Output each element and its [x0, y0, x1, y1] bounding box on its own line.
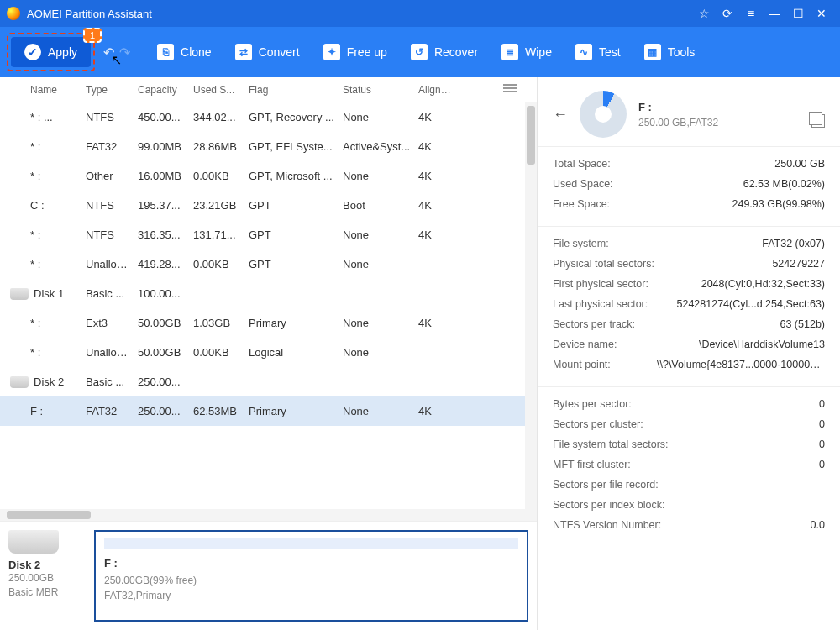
- cell-flag: GPT: [245, 228, 339, 241]
- columns-menu-icon[interactable]: [503, 82, 517, 92]
- cell-used: 23.21GB: [190, 199, 245, 212]
- back-button[interactable]: ←: [553, 106, 568, 123]
- detail-drive: F :: [638, 101, 718, 113]
- hscroll-thumb[interactable]: [7, 511, 91, 519]
- maximize-icon[interactable]: ☐: [786, 7, 810, 20]
- detail-key: Sectors per cluster:: [553, 418, 643, 430]
- detail-value: 0: [819, 438, 825, 450]
- partition-row[interactable]: * :NTFS316.35...131.71...GPTNone4K: [0, 220, 537, 249]
- cell-used: 0.00KB: [190, 170, 245, 182]
- cell-capacity: 100.00...: [134, 287, 190, 300]
- detail-key: Physical total sectors:: [553, 258, 654, 270]
- col-type[interactable]: Type: [82, 84, 134, 96]
- cell-capacity: 50.00GB: [134, 346, 190, 359]
- usage-pie-icon: [580, 91, 627, 138]
- disk-size: 250.00GB: [8, 571, 84, 585]
- detail-key: Total Space:: [553, 158, 611, 170]
- tool-clone[interactable]: ⎘Clone: [145, 39, 223, 66]
- cell-name: Disk 1: [7, 287, 82, 300]
- tool-label: Convert: [259, 45, 300, 59]
- partition-box[interactable]: F : 250.00GB(99% free) FAT32,Primary: [94, 530, 528, 622]
- cell-status: None: [339, 170, 415, 182]
- cell-capacity: 250.00...: [134, 405, 190, 417]
- partition-row[interactable]: * : ...NTFS450.00...344.02...GPT, Recove…: [0, 102, 537, 132]
- col-used[interactable]: Used S...: [190, 84, 245, 96]
- cell-align: 4K: [415, 199, 457, 212]
- cell-status: Active&Syst...: [339, 140, 415, 153]
- detail-value: 524279227: [772, 258, 825, 270]
- tool-wipe[interactable]: ≣Wipe: [490, 39, 564, 66]
- partition-row[interactable]: C :NTFS195.37...23.21GBGPTBoot4K: [0, 191, 537, 220]
- disk-name: Disk 2: [8, 559, 84, 571]
- horizontal-scrollbar[interactable]: [0, 509, 537, 521]
- cell-align: 4K: [415, 405, 457, 417]
- detail-line: Sectors per file record:: [553, 475, 825, 495]
- cell-name: * :: [7, 258, 82, 270]
- minimize-icon[interactable]: —: [763, 7, 786, 20]
- partition-row[interactable]: * :Other16.00MB0.00KBGPT, Microsoft ...N…: [0, 161, 537, 191]
- cell-status: None: [339, 346, 415, 359]
- detail-line: NTFS Version Number:0.0: [553, 515, 825, 535]
- cell-status: None: [339, 228, 415, 241]
- partition-row[interactable]: F :FAT32250.00...62.53MBPrimaryNone4K: [0, 396, 537, 426]
- copy-icon[interactable]: [811, 114, 825, 128]
- main-toolbar: ✓ Apply 1 ↖ ↶ ↷ ⎘Clone⇄Convert✦Free up↺R…: [0, 27, 840, 77]
- cell-name: C :: [7, 199, 82, 212]
- disk-row[interactable]: Disk 1Basic ...100.00...: [0, 279, 537, 308]
- col-flag[interactable]: Flag: [245, 84, 339, 96]
- disk-icon: [10, 376, 29, 388]
- cell-flag: GPT: [245, 199, 339, 212]
- cell-align: 4K: [415, 111, 457, 123]
- cell-capacity: 50.00GB: [134, 317, 190, 329]
- detail-key: Mount point:: [553, 359, 611, 370]
- tool-free-up[interactable]: ✦Free up: [312, 39, 399, 66]
- cell-capacity: 99.00MB: [134, 140, 190, 153]
- disk-summary: Disk 2 250.00GB Basic MBR: [8, 530, 84, 622]
- menu-icon[interactable]: ≡: [739, 7, 763, 20]
- cell-flag: GPT, EFI Syste...: [245, 140, 339, 153]
- col-name[interactable]: Name: [7, 84, 82, 96]
- partition-row[interactable]: * :Unalloc...419.28...0.00KBGPTNone: [0, 249, 537, 279]
- refresh-icon[interactable]: ⟳: [716, 7, 739, 20]
- col-capacity[interactable]: Capacity: [134, 84, 190, 96]
- detail-sub: 250.00 GB,FAT32: [638, 117, 718, 129]
- tool-tools[interactable]: ▦Tools: [633, 39, 707, 66]
- detail-value: 2048(Cyl:0,Hd:32,Sect:33): [701, 278, 825, 290]
- app-title: AOMEI Partition Assistant: [27, 8, 152, 20]
- tool-convert[interactable]: ⇄Convert: [223, 39, 312, 66]
- col-align[interactable]: Alignm...: [415, 84, 457, 96]
- cell-name: F :: [7, 405, 82, 417]
- cell-name: * :: [7, 346, 82, 359]
- tools-icon: ▦: [644, 44, 661, 60]
- wipe-icon: ≣: [501, 44, 518, 60]
- disk-icon: [10, 288, 29, 300]
- vertical-scrollbar[interactable]: [525, 102, 537, 509]
- cell-flag: Primary: [245, 317, 339, 329]
- partition-row[interactable]: * :Unalloc...50.00GB0.00KBLogicalNone: [0, 338, 537, 367]
- tool-test[interactable]: ∿Test: [564, 39, 633, 66]
- tool-label: Test: [599, 45, 621, 59]
- check-icon: ✓: [24, 44, 41, 60]
- scrollbar-thumb[interactable]: [527, 106, 535, 165]
- detail-key: Sectors per index block:: [553, 499, 664, 511]
- star-icon[interactable]: ☆: [692, 7, 716, 20]
- apply-button[interactable]: ✓ Apply: [11, 37, 91, 67]
- partition-usage-bar: [104, 538, 518, 549]
- detail-key: Bytes per sector:: [553, 398, 632, 410]
- cell-used: 28.86MB: [190, 140, 245, 153]
- partition-row[interactable]: * :FAT3299.00MB28.86MBGPT, EFI Syste...A…: [0, 132, 537, 161]
- app-logo-icon: [7, 7, 20, 20]
- cell-name: * :: [7, 317, 82, 329]
- redo-button[interactable]: ↷: [119, 45, 130, 60]
- close-icon[interactable]: ✕: [810, 7, 833, 20]
- tool-recover[interactable]: ↺Recover: [399, 39, 490, 66]
- cell-flag: GPT, Microsoft ...: [245, 170, 339, 182]
- detail-line: Sectors per cluster:0: [553, 414, 825, 434]
- cell-status: None: [339, 405, 415, 417]
- undo-button[interactable]: ↶: [103, 45, 114, 60]
- col-status[interactable]: Status: [339, 84, 415, 96]
- disk-row[interactable]: Disk 2Basic ...250.00...: [0, 367, 537, 396]
- detail-line: MFT first cluster:0: [553, 454, 825, 475]
- partition-row[interactable]: * :Ext350.00GB1.03GBPrimaryNone4K: [0, 308, 537, 338]
- detail-line: First physical sector:2048(Cyl:0,Hd:32,S…: [553, 274, 825, 294]
